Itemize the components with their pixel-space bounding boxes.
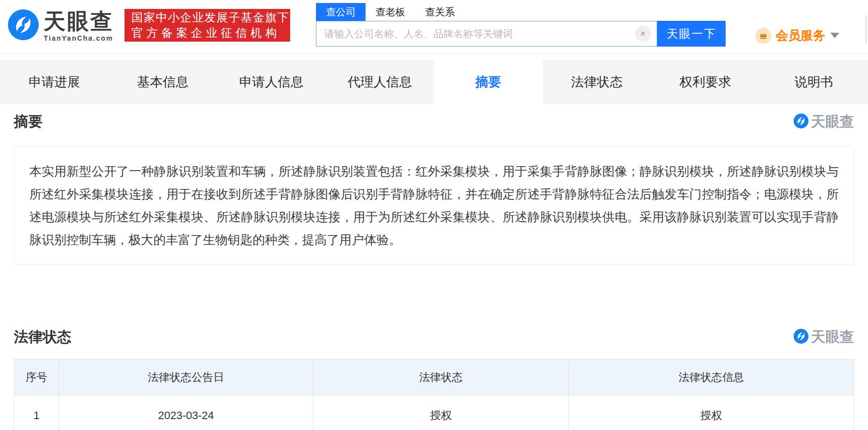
cell-announce-date: 2023-03-24 xyxy=(59,395,313,430)
vip-service-menu[interactable]: 会员服务 xyxy=(755,18,839,53)
crown-icon xyxy=(755,28,771,44)
tab-agent-info[interactable]: 代理人信息 xyxy=(325,60,434,104)
search-tab-relation[interactable]: 查关系 xyxy=(415,3,465,21)
col-header-announce-date: 法律状态公告日 xyxy=(59,360,313,395)
tab-abstract[interactable]: 摘要 xyxy=(434,60,543,104)
tab-specification[interactable]: 说明书 xyxy=(759,60,868,104)
vip-service-label: 会员服务 xyxy=(776,27,825,44)
badge-line1: 国家中小企业发展子基金旗下 xyxy=(131,10,290,25)
chevron-down-icon xyxy=(830,33,839,38)
brand-domain: TianYanCha.com xyxy=(44,34,114,42)
search-button[interactable]: 天眼一下 xyxy=(657,21,726,47)
badge-line2: 官方备案企业征信机构 xyxy=(131,25,290,41)
cell-legal-status-info: 授权 xyxy=(569,395,854,430)
certification-badge: 国家中小企业发展子基金旗下 官方备案企业征信机构 xyxy=(124,9,290,42)
main-content: 摘要 天眼查 本实用新型公开了一种静脉识别装置和车辆，所述静脉识别装置包括：红外… xyxy=(0,113,868,430)
tianyancha-swirl-icon xyxy=(794,329,808,346)
legal-section-header: 法律状态 天眼查 xyxy=(14,328,854,346)
tab-claims[interactable]: 权利要求 xyxy=(651,60,760,104)
col-header-index: 序号 xyxy=(14,360,59,395)
search-tabs: 查公司 查老板 查关系 xyxy=(316,3,726,21)
col-header-legal-status: 法律状态 xyxy=(313,360,569,395)
search-area: 查公司 查老板 查关系 × 天眼一下 xyxy=(316,3,726,53)
abstract-content-box: 本实用新型公开了一种静脉识别装置和车辆，所述静脉识别装置包括：红外采集模块，用于… xyxy=(14,146,854,265)
tab-applicant-info[interactable]: 申请人信息 xyxy=(217,60,326,104)
search-input[interactable] xyxy=(316,21,657,46)
table-header-row: 序号 法律状态公告日 法律状态 法律状态信息 xyxy=(14,360,854,395)
tianyancha-swirl-icon xyxy=(794,114,808,130)
watermark: 天眼查 xyxy=(794,112,854,132)
panel-edge-divider xyxy=(866,15,867,44)
search-tab-company[interactable]: 查公司 xyxy=(316,3,366,21)
legal-status-title: 法律状态 xyxy=(14,327,71,347)
table-row: 1 2023-03-24 授权 授权 xyxy=(14,395,854,430)
tianyancha-swirl-icon xyxy=(8,9,39,42)
watermark-text: 天眼查 xyxy=(811,327,854,347)
tab-basic-info[interactable]: 基本信息 xyxy=(109,60,217,104)
site-header: 天眼查 TianYanCha.com 国家中小企业发展子基金旗下 官方备案企业征… xyxy=(0,0,868,54)
col-header-legal-status-info: 法律状态信息 xyxy=(569,360,854,395)
cell-legal-status: 授权 xyxy=(313,395,569,430)
watermark: 天眼查 xyxy=(794,327,854,347)
abstract-title: 摘要 xyxy=(14,112,43,132)
abstract-section-header: 摘要 天眼查 xyxy=(14,113,854,131)
search-tab-boss[interactable]: 查老板 xyxy=(366,3,415,21)
brand-name: 天眼查 xyxy=(44,10,114,33)
patent-section-nav: 申请进展 基本信息 申请人信息 代理人信息 摘要 法律状态 权利要求 说明书 xyxy=(0,60,868,104)
tab-legal-status[interactable]: 法律状态 xyxy=(543,60,651,104)
cell-index: 1 xyxy=(14,395,59,430)
legal-status-table: 序号 法律状态公告日 法律状态 法律状态信息 1 2023-03-24 授权 授… xyxy=(14,359,854,430)
search-input-wrap: × xyxy=(316,21,657,47)
abstract-text: 本实用新型公开了一种静脉识别装置和车辆，所述静脉识别装置包括：红外采集模块，用于… xyxy=(29,164,839,246)
tianyancha-logo[interactable]: 天眼查 TianYanCha.com xyxy=(8,8,114,44)
watermark-text: 天眼查 xyxy=(811,112,854,132)
clear-search-icon[interactable]: × xyxy=(635,26,651,42)
tab-application-progress[interactable]: 申请进展 xyxy=(0,60,109,104)
